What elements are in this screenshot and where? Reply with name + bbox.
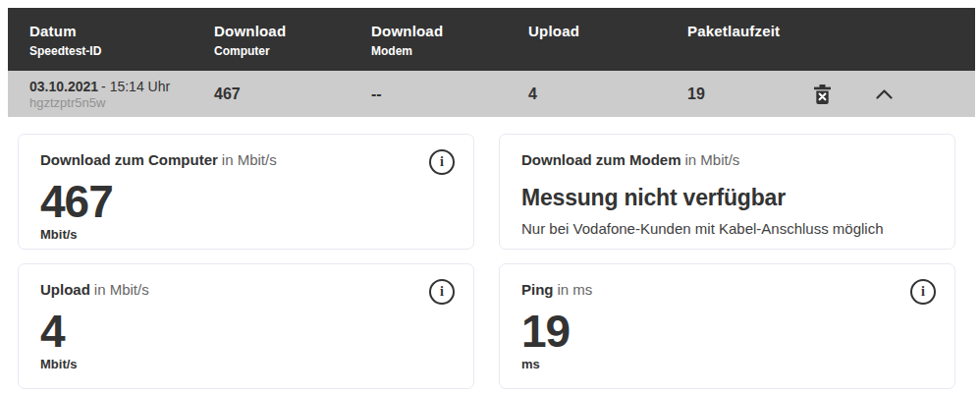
chevron-up-icon bbox=[876, 89, 893, 99]
trash-x-icon bbox=[814, 85, 831, 104]
column-title: Download bbox=[214, 23, 371, 39]
column-header-datum: Datum Speedtest-ID bbox=[29, 23, 214, 71]
card-value: 467 bbox=[40, 179, 454, 224]
card-unit: Mbit/s bbox=[40, 227, 454, 242]
column-subtitle: Modem bbox=[371, 44, 528, 58]
info-icon[interactable]: i bbox=[429, 279, 455, 305]
speedtest-results-page: { "panel": { "header": { "col_datum": { … bbox=[0, 0, 980, 396]
card-unavailable-message: Messung nicht verfügbar bbox=[521, 185, 935, 211]
column-subtitle: Speedtest-ID bbox=[29, 44, 214, 58]
result-download-computer: 467 bbox=[214, 85, 371, 103]
column-header-upload: Upload bbox=[528, 23, 687, 71]
card-download-computer: Download zum Computerin Mbit/s i 467 Mbi… bbox=[18, 134, 474, 250]
card-download-modem: Download zum Modemin Mbit/s Messung nich… bbox=[499, 134, 955, 250]
result-date: 03.10.2021 bbox=[29, 79, 98, 94]
result-detail-cards: Download zum Computerin Mbit/s i 467 Mbi… bbox=[18, 134, 955, 389]
column-title: Datum bbox=[29, 23, 214, 39]
column-title: Download bbox=[371, 23, 528, 39]
column-title: Paketlaufzeit bbox=[687, 23, 813, 39]
info-icon[interactable]: i bbox=[910, 279, 936, 305]
collapse-row-button[interactable] bbox=[876, 89, 893, 99]
result-paketlaufzeit: 19 bbox=[687, 85, 813, 103]
speedtest-history-panel: Datum Speedtest-ID Download Computer Dow… bbox=[8, 8, 975, 117]
result-download-modem: -- bbox=[371, 85, 528, 103]
column-header-download-modem: Download Modem bbox=[371, 23, 528, 71]
result-row[interactable]: 03.10.2021- 15:14 Uhr hgztzptr5n5w 467 -… bbox=[8, 71, 975, 117]
info-icon[interactable]: i bbox=[429, 149, 455, 175]
speedtest-id: hgztzptr5n5w bbox=[29, 95, 214, 110]
card-upload: Uploadin Mbit/s i 4 Mbit/s bbox=[18, 263, 474, 389]
column-header-paketlaufzeit: Paketlaufzeit bbox=[687, 23, 813, 71]
card-value: 19 bbox=[521, 309, 935, 354]
result-time: - 15:14 Uhr bbox=[101, 79, 170, 94]
table-header: Datum Speedtest-ID Download Computer Dow… bbox=[8, 8, 975, 71]
card-unavailable-note: Nur bei Vodafone-Kunden mit Kabel-Anschl… bbox=[521, 220, 935, 237]
column-header-download-computer: Download Computer bbox=[214, 23, 371, 71]
column-subtitle: Computer bbox=[214, 44, 371, 58]
card-unit: ms bbox=[521, 357, 935, 371]
delete-result-button[interactable] bbox=[814, 85, 831, 104]
card-value: 4 bbox=[40, 309, 454, 354]
card-title: Pingin ms bbox=[521, 281, 935, 299]
card-title: Download zum Modemin Mbit/s bbox=[521, 151, 935, 169]
card-unit: Mbit/s bbox=[40, 357, 454, 371]
card-title: Uploadin Mbit/s bbox=[40, 281, 454, 299]
result-datetime-cell: 03.10.2021- 15:14 Uhr hgztzptr5n5w bbox=[29, 79, 214, 110]
row-actions bbox=[813, 85, 975, 104]
column-title: Upload bbox=[528, 23, 687, 39]
result-upload: 4 bbox=[528, 85, 687, 103]
column-header-actions bbox=[813, 23, 975, 71]
card-title: Download zum Computerin Mbit/s bbox=[40, 151, 454, 169]
card-ping: Pingin ms i 19 ms bbox=[499, 263, 955, 389]
